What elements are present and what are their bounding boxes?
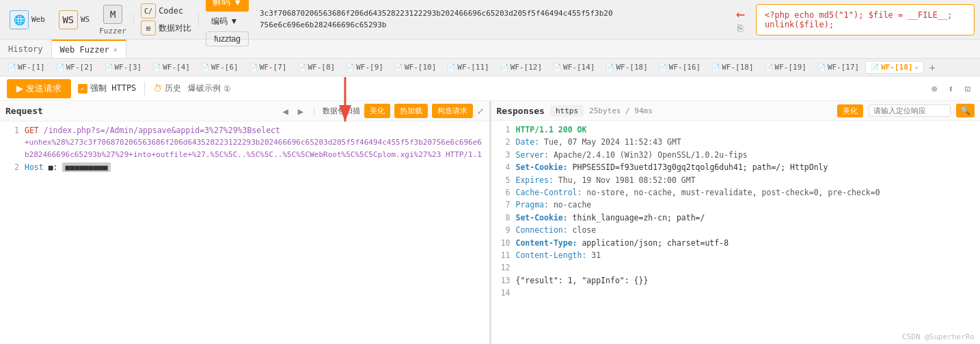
wf-tab-WF-1[interactable]: 📄WF-[1]: [3, 61, 50, 73]
resp-line-content-1: HTTP/1.1 200 OK: [516, 124, 587, 136]
response-tab-https[interactable]: https: [550, 105, 584, 117]
wf-tab-WF-16[interactable]: 📄WF-[16]: [654, 61, 705, 73]
build-request-btn[interactable]: 构造请求: [432, 104, 473, 118]
search-btn[interactable]: 🔍: [956, 104, 975, 117]
response-beautify-btn[interactable]: 美化: [837, 104, 863, 117]
outer-tab-bar: History Web Fuzzer ✕: [0, 40, 980, 59]
response-code-area[interactable]: 1HTTP/1.1 200 OK2Date: Tue, 07 May 2024 …: [491, 121, 981, 344]
main-content: Request ◀ ▶ | 数据包扫描 美化 热加载 构造请求 ⤢ 1 GET …: [0, 101, 980, 344]
encode-btn[interactable]: 编码 ▼: [206, 14, 243, 29]
wf-tab-WF-7[interactable]: 📄WF-[7]: [245, 61, 292, 73]
decode-btn[interactable]: 解码 ▼: [206, 0, 249, 12]
response-line-7: 7Pragma: no-cache: [497, 199, 975, 211]
wf-tab-WF-17[interactable]: 📄WF-[17]: [813, 61, 864, 73]
share-icon[interactable]: ⊕: [929, 82, 940, 96]
web-ws-group: 🌐 Web: [5, 9, 49, 31]
wf-tab-icon-WF-15: 📄: [605, 63, 614, 71]
ws-label: WS: [81, 15, 90, 24]
hot-load-btn[interactable]: 热加载: [394, 104, 428, 118]
expand-icon[interactable]: ⤢: [477, 106, 484, 116]
resp-line-num-2: 2: [497, 136, 511, 148]
https-toggle[interactable]: ✓ 强制 HTTPS: [78, 83, 136, 94]
wf-tab-icon-WF-4: 📄: [152, 63, 161, 71]
request-panel: Request ◀ ▶ | 数据包扫描 美化 热加载 构造请求 ⤢ 1 GET …: [0, 101, 491, 344]
decode-dropdown-icon: ▼: [233, 0, 242, 8]
wf-tab-label-WF-8: WF-[8]: [308, 63, 336, 72]
tab-history[interactable]: History: [0, 40, 52, 58]
response-line-1: 1HTTP/1.1 200 OK: [497, 124, 975, 136]
hash-line2: 756e6c696e6b282466696c65293b: [260, 20, 720, 31]
response-size: 25bytes / 94ms: [589, 106, 653, 115]
wf-tab-icon-WF-8: 📄: [298, 63, 306, 71]
wf-tab-WF-2[interactable]: 📄WF-[2]: [51, 61, 98, 73]
example-btn[interactable]: 爆破示例 ①: [188, 83, 231, 94]
wf-tab-add-btn[interactable]: +: [925, 62, 939, 73]
wf-tab-WF-11[interactable]: 📄WF-[11]: [442, 61, 493, 73]
wf-tab-WF-6[interactable]: 📄WF-[6]: [196, 61, 243, 73]
ws-btn[interactable]: WS WS: [55, 9, 94, 31]
resp-line-content-4: Set-Cookie: PHPSESSID=f93uetd173g0gq2tqo…: [516, 161, 828, 173]
web-btn[interactable]: 🌐 Web: [5, 9, 49, 31]
tab-web-fuzzer[interactable]: Web Fuzzer ✕: [52, 40, 126, 58]
wf-tab-WF-3[interactable]: 📄WF-[3]: [100, 61, 147, 73]
wf-tab-icon-WF-18: 📄: [871, 63, 879, 71]
wf-tab-WF-15[interactable]: 📄WF-[18]: [601, 61, 652, 73]
resp-line-content-10: Content-Type: application/json; charset=…: [516, 237, 729, 249]
beautify-btn[interactable]: 美化: [364, 104, 390, 118]
locate-input[interactable]: [869, 104, 951, 117]
resp-line-content-7: Pragma: no-cache: [516, 199, 592, 211]
wf-tab-WF-12[interactable]: 📄WF-[12]: [495, 61, 547, 73]
request-toolbar-sep1: |: [312, 106, 316, 116]
history-label: 历史: [165, 83, 181, 94]
https-check-icon: ✓: [78, 84, 87, 94]
wf-tab-WF-10[interactable]: 📄WF-[10]: [390, 61, 441, 73]
request-code-area[interactable]: 1 GET /index.php?s=/Admin/appsave&appid=…: [0, 121, 489, 344]
response-line-9: 9Connection: close: [497, 224, 975, 236]
m-btn[interactable]: M: [99, 3, 126, 25]
history-btn[interactable]: ⏱ 历史: [153, 83, 181, 94]
action-bar-right: ⊕ ⬆ ⊡: [929, 82, 973, 96]
line-num-1b: [5, 137, 19, 160]
web-label: Web: [31, 15, 45, 24]
resp-line-num-14: 14: [497, 287, 511, 299]
wf-tab-icon-WF-6: 📄: [201, 63, 209, 71]
send-request-btn[interactable]: ▶ 发送请求: [7, 79, 71, 98]
send-icon: ▶: [16, 83, 23, 94]
nav-right-icon[interactable]: ▶: [295, 106, 306, 117]
tab-history-label: History: [8, 44, 43, 54]
wf-tab-WF-4[interactable]: 📄WF-[4]: [148, 61, 195, 73]
wf-tab-close-WF-18[interactable]: ✕: [915, 64, 918, 71]
resp-line-num-11: 11: [497, 249, 511, 261]
tab-web-fuzzer-close-icon[interactable]: ✕: [113, 46, 118, 53]
codec-btn[interactable]: C/ Codec: [141, 3, 191, 18]
response-line-4: 4Set-Cookie: PHPSESSID=f93uetd173g0gq2tq…: [497, 161, 975, 173]
encode-dropdown-icon: ▼: [230, 16, 238, 26]
nav-left-icon[interactable]: ◀: [280, 106, 290, 117]
wf-tab-WF-9[interactable]: 📄WF-[9]: [341, 61, 388, 73]
fullscreen-icon[interactable]: ⊡: [962, 82, 973, 96]
request-line-1: 1 GET /index.php?s=/Admin/appsave&appid=…: [5, 124, 484, 137]
action-sep1: [144, 82, 145, 96]
send-label: 发送请求: [26, 83, 62, 95]
response-line-5: 5Expires: Thu, 19 Nov 1981 08:52:00 GMT: [497, 174, 975, 186]
response-panel-header: Responses https 25bytes / 94ms 美化 🔍: [491, 101, 981, 121]
line-num-1: 1: [5, 124, 19, 137]
wf-tab-WF-19[interactable]: 📄WF-[19]: [760, 61, 811, 73]
wf-tab-icon-WF-11: 📄: [447, 63, 455, 71]
data-contrast-btn[interactable]: ⊞ 数据对比: [141, 20, 191, 35]
packet-scan-label[interactable]: 数据包扫描: [323, 106, 360, 116]
wf-tab-WF-8[interactable]: 📄WF-[8]: [293, 61, 340, 73]
wf-tab-label-WF-14: WF-[14]: [563, 63, 595, 72]
response-line-6: 6Cache-Control: no-store, no-cache, must…: [497, 186, 975, 199]
wf-tab-WF-14[interactable]: 📄WF-[14]: [548, 61, 599, 73]
request-line-1-ext: +unhex%28%273c3f706870206563686f206d6435…: [5, 137, 484, 160]
fuzztag-btn[interactable]: fuzztag: [206, 31, 249, 46]
copy-icon[interactable]: ⎘: [737, 23, 743, 33]
request-panel-header: Request ◀ ▶ | 数据包扫描 美化 热加载 构造请求 ⤢: [0, 101, 489, 121]
wf-tab-WF-17b[interactable]: 📄WF-[18]: [707, 61, 758, 73]
resp-line-content-11: Content-Length: 31: [516, 249, 601, 261]
line-num-2: 2: [5, 161, 19, 173]
export-icon[interactable]: ⬆: [945, 82, 956, 96]
wf-tab-WF-18[interactable]: 📄WF-[18]✕: [865, 61, 924, 74]
wf-tab-icon-WF-17: 📄: [817, 63, 826, 71]
